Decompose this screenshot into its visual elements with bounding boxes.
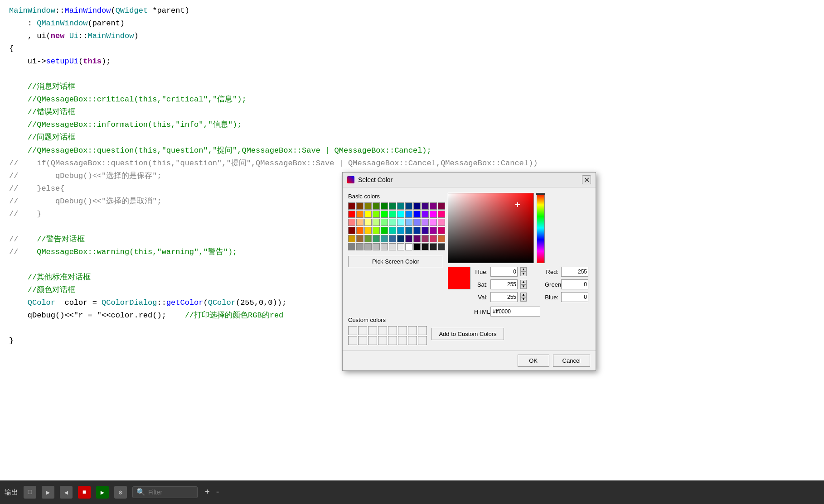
basic-color-swatch[interactable]: [389, 211, 396, 218]
custom-swatch[interactable]: [408, 336, 417, 345]
settings-icon[interactable]: ⚙: [114, 486, 127, 499]
basic-color-swatch[interactable]: [373, 219, 380, 226]
basic-color-swatch[interactable]: [405, 235, 412, 242]
basic-color-swatch[interactable]: [405, 219, 412, 226]
basic-color-swatch[interactable]: [389, 202, 396, 210]
basic-color-swatch[interactable]: [373, 235, 380, 242]
basic-color-swatch[interactable]: [373, 243, 380, 250]
basic-color-swatch[interactable]: [438, 211, 445, 218]
minus-button[interactable]: -: [213, 488, 222, 497]
basic-color-swatch[interactable]: [430, 202, 437, 210]
basic-color-swatch[interactable]: [364, 235, 372, 242]
hue-spinner[interactable]: ▲ ▼: [520, 267, 527, 276]
sat-up[interactable]: ▲: [520, 280, 527, 284]
basic-color-swatch[interactable]: [438, 235, 445, 242]
basic-color-swatch[interactable]: [397, 227, 404, 234]
filter-bar[interactable]: 🔍: [132, 486, 198, 498]
basic-color-swatch[interactable]: [381, 243, 388, 250]
stop-icon[interactable]: ■: [78, 486, 91, 499]
basic-color-swatch[interactable]: [348, 211, 355, 218]
custom-swatch[interactable]: [378, 336, 387, 345]
basic-color-swatch[interactable]: [381, 202, 388, 210]
basic-color-swatch[interactable]: [422, 219, 429, 226]
basic-color-swatch[interactable]: [373, 202, 380, 210]
val-up[interactable]: ▲: [520, 293, 527, 297]
sat-input[interactable]: [490, 279, 518, 289]
pick-screen-color-button[interactable]: Pick Screen Color: [348, 256, 443, 267]
basic-color-swatch[interactable]: [356, 211, 364, 218]
custom-swatch[interactable]: [388, 336, 397, 345]
custom-swatch[interactable]: [368, 326, 377, 335]
basic-color-swatch[interactable]: [422, 235, 429, 242]
filter-input[interactable]: [148, 489, 194, 496]
sat-down[interactable]: ▼: [520, 284, 527, 289]
basic-color-swatch[interactable]: [422, 227, 429, 234]
basic-color-swatch[interactable]: [405, 211, 412, 218]
basic-color-swatch[interactable]: [405, 202, 412, 210]
hue-slider[interactable]: [537, 193, 545, 263]
hue-up[interactable]: ▲: [520, 267, 527, 272]
basic-color-swatch[interactable]: [397, 202, 404, 210]
basic-color-swatch[interactable]: [422, 243, 429, 250]
custom-swatch[interactable]: [348, 326, 357, 335]
basic-color-swatch[interactable]: [348, 227, 355, 234]
basic-color-swatch[interactable]: [430, 211, 437, 218]
custom-swatch[interactable]: [408, 326, 417, 335]
ok-button[interactable]: OK: [518, 355, 549, 367]
basic-color-swatch[interactable]: [397, 219, 404, 226]
basic-color-swatch[interactable]: [389, 235, 396, 242]
basic-color-swatch[interactable]: [430, 243, 437, 250]
basic-color-swatch[interactable]: [405, 243, 412, 250]
custom-swatch[interactable]: [398, 326, 407, 335]
basic-color-swatch[interactable]: [356, 227, 364, 234]
basic-color-swatch[interactable]: [405, 227, 412, 234]
basic-color-swatch[interactable]: [422, 202, 429, 210]
basic-color-swatch[interactable]: [438, 227, 445, 234]
basic-color-swatch[interactable]: [422, 211, 429, 218]
terminal-icon[interactable]: □: [24, 486, 36, 499]
basic-color-swatch[interactable]: [348, 219, 355, 226]
basic-color-swatch[interactable]: [381, 219, 388, 226]
basic-color-swatch[interactable]: [430, 235, 437, 242]
custom-swatch[interactable]: [368, 336, 377, 345]
sat-spinner[interactable]: ▲ ▼: [520, 280, 527, 289]
basic-color-swatch[interactable]: [389, 219, 396, 226]
basic-color-swatch[interactable]: [356, 235, 364, 242]
run-icon[interactable]: ▶: [42, 486, 54, 499]
html-input[interactable]: [490, 307, 540, 317]
custom-swatch[interactable]: [378, 326, 387, 335]
basic-color-swatch[interactable]: [381, 235, 388, 242]
custom-swatch[interactable]: [418, 336, 427, 345]
custom-swatch[interactable]: [388, 326, 397, 335]
basic-color-swatch[interactable]: [364, 211, 372, 218]
hue-down[interactable]: ▼: [520, 272, 527, 276]
basic-color-swatch[interactable]: [381, 227, 388, 234]
basic-color-swatch[interactable]: [356, 219, 364, 226]
basic-color-swatch[interactable]: [413, 211, 421, 218]
basic-color-swatch[interactable]: [413, 235, 421, 242]
basic-color-swatch[interactable]: [364, 219, 372, 226]
plus-button[interactable]: +: [203, 488, 212, 497]
custom-swatch[interactable]: [358, 336, 367, 345]
basic-color-swatch[interactable]: [413, 219, 421, 226]
basic-color-swatch[interactable]: [438, 243, 445, 250]
basic-color-swatch[interactable]: [397, 243, 404, 250]
basic-color-swatch[interactable]: [356, 202, 364, 210]
custom-swatch[interactable]: [358, 326, 367, 335]
val-input[interactable]: [490, 292, 518, 302]
basic-color-swatch[interactable]: [364, 202, 372, 210]
basic-color-swatch[interactable]: [348, 235, 355, 242]
basic-color-swatch[interactable]: [438, 219, 445, 226]
basic-color-swatch[interactable]: [397, 235, 404, 242]
play-icon[interactable]: ▶: [96, 486, 109, 499]
basic-color-swatch[interactable]: [430, 227, 437, 234]
basic-color-swatch[interactable]: [373, 211, 380, 218]
hue-input[interactable]: [490, 267, 518, 277]
basic-color-swatch[interactable]: [413, 227, 421, 234]
cancel-button[interactable]: Cancel: [553, 355, 590, 367]
val-spinner[interactable]: ▲ ▼: [520, 293, 527, 302]
basic-color-swatch[interactable]: [397, 211, 404, 218]
custom-swatch[interactable]: [398, 336, 407, 345]
basic-color-swatch[interactable]: [389, 243, 396, 250]
close-button[interactable]: ✕: [582, 175, 591, 184]
